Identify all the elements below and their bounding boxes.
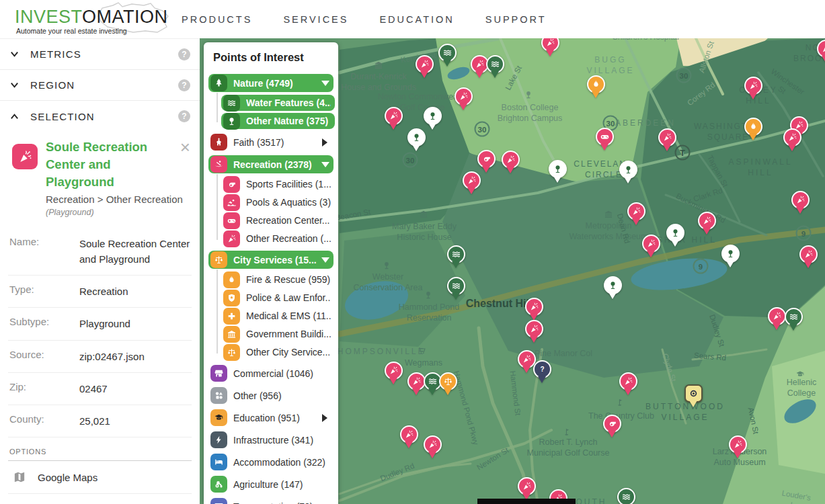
- water-feature-marker[interactable]: [486, 55, 504, 73]
- water-feature-marker[interactable]: [447, 245, 465, 263]
- poi-subcategory-police-law-enfor[interactable]: Police & Law Enfor...: [221, 290, 335, 306]
- nav-item-education[interactable]: EDUCATION: [379, 14, 454, 25]
- party-popper-icon: [411, 376, 422, 386]
- fire-rescue-marker[interactable]: [587, 75, 605, 93]
- other-nature-marker[interactable]: [407, 128, 426, 146]
- recreation-center-marker[interactable]: [596, 128, 614, 146]
- caret-right-icon: [322, 138, 327, 146]
- poi-subcategory-water-features[interactable]: Water Features (4...: [221, 95, 335, 111]
- poi-category-recreation[interactable]: Recreation (2378): [208, 155, 333, 173]
- poi-category-infrastructure[interactable]: Infrastructure (341): [208, 431, 333, 449]
- whistle-icon: [607, 419, 617, 429]
- other-nature-marker[interactable]: [721, 245, 740, 263]
- other-recreation-marker[interactable]: [424, 435, 442, 454]
- waves-icon: [447, 245, 465, 263]
- nav-item-services[interactable]: SERVICES: [283, 14, 348, 25]
- water-feature-marker[interactable]: [617, 488, 635, 504]
- other-recreation-marker[interactable]: [627, 202, 645, 220]
- party-popper-icon: [522, 354, 532, 364]
- pin-tail: [773, 323, 781, 330]
- poi-subcategory-government-buildi[interactable]: Government Buildi...: [221, 326, 335, 342]
- other-nature-marker[interactable]: [424, 107, 442, 125]
- other-recreation-marker[interactable]: [541, 38, 559, 52]
- other-recreation-marker[interactable]: [385, 362, 403, 380]
- help-icon[interactable]: ?: [178, 79, 190, 91]
- poi-subcategory-medical-ems[interactable]: Medical & EMS (11...: [221, 308, 335, 324]
- help-icon[interactable]: ?: [178, 48, 190, 60]
- other-recreation-marker[interactable]: [455, 87, 473, 106]
- other-recreation-marker[interactable]: [744, 77, 762, 95]
- poi-subcategory-fire-rescue[interactable]: Fire & Rescue (959): [221, 271, 335, 288]
- other-recreation-marker[interactable]: [518, 477, 536, 495]
- poi-label: Transportation (73): [233, 501, 329, 504]
- other-recreation-marker[interactable]: [768, 307, 786, 325]
- route-9-badge: 9: [796, 226, 812, 241]
- selected-poi-marker[interactable]: [684, 384, 703, 403]
- other-recreation-marker[interactable]: [525, 298, 543, 316]
- pin-tail: [443, 60, 451, 67]
- other-recreation-marker[interactable]: [463, 171, 481, 190]
- section-selection[interactable]: SELECTION ?: [0, 101, 200, 132]
- fire-rescue-marker[interactable]: [744, 118, 762, 136]
- other-nature-marker[interactable]: [666, 224, 684, 242]
- poi-label: Medical & EMS (11...: [246, 310, 331, 321]
- google-maps-link[interactable]: Google Maps: [8, 461, 192, 494]
- poi-subcategory-recreation-center[interactable]: Recreation Center...: [221, 212, 335, 228]
- gamepad-icon: [596, 128, 614, 146]
- other-recreation-marker[interactable]: [385, 107, 403, 125]
- nav-item-support[interactable]: SUPPORT: [485, 14, 547, 25]
- other-nature-marker[interactable]: [604, 276, 622, 294]
- poi-subcategory-other-nature[interactable]: Other Nature (375): [221, 113, 335, 129]
- other-recreation-marker[interactable]: [791, 191, 810, 209]
- other-recreation-marker[interactable]: [698, 212, 716, 230]
- field-value: Playground: [79, 316, 190, 331]
- other-recreation-marker[interactable]: [525, 320, 543, 338]
- other-recreation-marker[interactable]: [642, 235, 660, 253]
- city-service-marker[interactable]: [439, 372, 457, 390]
- ball-tree-icon: [721, 245, 740, 263]
- poi-subcategory-other-city-service[interactable]: Other City Service...: [221, 344, 335, 360]
- other-nature-marker[interactable]: [549, 160, 567, 178]
- poi-category-agriculture[interactable]: Agriculture (147): [208, 475, 333, 493]
- water-feature-marker[interactable]: [438, 44, 457, 62]
- poi-category-city-services[interactable]: City Services (15...: [208, 251, 333, 269]
- ball-tree-icon: [553, 164, 563, 174]
- party-popper-icon: [631, 206, 641, 216]
- poi-category-education[interactable]: Education (951): [208, 409, 333, 427]
- unknown-marker[interactable]: [533, 360, 551, 378]
- poi-category-accommodation[interactable]: Accommodation (322): [208, 453, 333, 471]
- other-recreation-marker[interactable]: [729, 435, 747, 454]
- investomation-logo[interactable]: INVESTOMATION Automate your real estate …: [12, 3, 167, 36]
- other-recreation-marker[interactable]: [407, 372, 426, 390]
- help-icon[interactable]: ?: [178, 110, 190, 122]
- field-label: County:: [9, 413, 79, 429]
- pin-tail: [428, 388, 436, 395]
- other-recreation-marker[interactable]: [658, 128, 676, 146]
- sports-facility-marker[interactable]: [477, 150, 496, 168]
- poi-category-other[interactable]: Other (956): [208, 386, 333, 405]
- section-metrics[interactable]: METRICS ?: [0, 39, 200, 70]
- other-recreation-marker[interactable]: [817, 40, 825, 58]
- poi-category-transportation[interactable]: Transportation (73): [208, 497, 333, 504]
- sports-facility-marker[interactable]: [603, 415, 621, 433]
- poi-category-faith[interactable]: Faith (3517): [208, 133, 333, 151]
- poi-subcategory-other-recreation[interactable]: Other Recreation (...: [221, 230, 335, 247]
- section-region[interactable]: REGION ?: [0, 70, 200, 101]
- other-recreation-marker[interactable]: [400, 425, 418, 444]
- poi-category-nature[interactable]: Nature (4749): [208, 74, 333, 92]
- other-recreation-marker[interactable]: [502, 151, 520, 169]
- close-icon[interactable]: ×: [180, 141, 190, 153]
- other-nature-marker[interactable]: [619, 161, 637, 179]
- party-popper-icon: [385, 362, 403, 380]
- other-recreation-marker[interactable]: [783, 128, 801, 146]
- poi-subcategory-sports-facilities[interactable]: Sports Facilities (1...: [221, 176, 335, 192]
- poi-category-commercial[interactable]: Commercial (1046): [208, 364, 333, 382]
- party-popper-icon: [502, 151, 520, 169]
- other-recreation-marker[interactable]: [619, 372, 637, 390]
- other-recreation-marker[interactable]: [799, 245, 818, 263]
- nav-item-products[interactable]: PRODUCTS: [182, 14, 252, 25]
- water-feature-marker[interactable]: [785, 308, 803, 326]
- water-feature-marker[interactable]: [447, 277, 465, 295]
- other-recreation-marker[interactable]: [416, 55, 434, 73]
- poi-subcategory-pools-aquatics[interactable]: Pools & Aquatics (3): [221, 194, 335, 210]
